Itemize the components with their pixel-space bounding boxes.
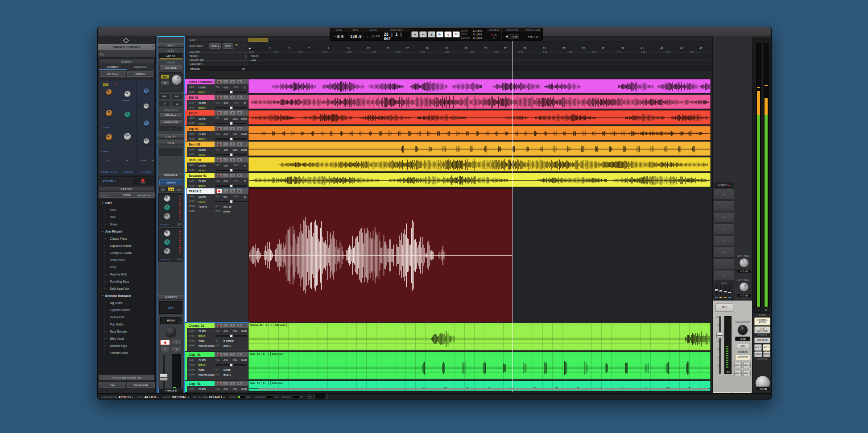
on-chip[interactable]: ON xyxy=(149,159,155,162)
vol-value[interactable]: -2.6 xyxy=(223,86,227,89)
preset-item[interactable]: Pop Guitar xyxy=(99,321,154,328)
pan-slider-handle[interactable] xyxy=(230,169,233,172)
preset-item[interactable]: Silky Vocal xyxy=(99,335,154,342)
dim-button[interactable]: DIM xyxy=(736,344,749,349)
track-solo-button[interactable]: S xyxy=(230,142,236,146)
preset-item[interactable]: Satin Lead Vox xyxy=(99,285,154,292)
track-name[interactable]: Travis Thibodaux_01 xyxy=(187,79,215,84)
loop-length-field[interactable]: LENGTH1|1|000 xyxy=(462,36,487,40)
pan-slider-handle[interactable] xyxy=(230,137,233,141)
loop-stop-field[interactable]: STOP1|1|000 xyxy=(462,33,487,36)
pan-right-value[interactable]: 100R xyxy=(241,359,247,362)
talkback-fader-track[interactable] xyxy=(719,316,721,374)
preset-item[interactable]: Kick1 xyxy=(99,206,154,213)
master-insert-slot[interactable]: + xyxy=(714,212,734,223)
alt1-trim-knob[interactable] xyxy=(740,258,748,267)
track-lane[interactable] xyxy=(248,188,711,322)
master-insert-slot[interactable]: + xyxy=(714,247,734,258)
phase-invert-button[interactable]: Ø xyxy=(159,101,170,106)
pan-left-value[interactable]: 100L xyxy=(232,330,238,333)
in-value[interactable]: NONE xyxy=(223,369,231,371)
track-list-view-icon[interactable]: ▦ xyxy=(242,67,245,70)
strip-tab-dyn[interactable]: DYN xyxy=(167,187,175,192)
vol-value[interactable]: -2.6 xyxy=(223,388,227,391)
dyn-knob[interactable] xyxy=(164,196,170,202)
track-mute-button[interactable]: M xyxy=(236,142,242,146)
mic-chip[interactable]: MIC xyxy=(103,83,109,86)
plugin-knob-3[interactable] xyxy=(124,91,131,97)
pan-left-value[interactable]: 100L xyxy=(232,388,238,391)
status-item-value[interactable]: 44.1 kHz xyxy=(145,396,156,399)
pan-value[interactable]: C xyxy=(244,86,246,89)
cue4-button[interactable]: CUE 4 xyxy=(743,370,751,376)
dyn-knob[interactable] xyxy=(164,239,170,246)
preset-item[interactable]: Smooth Keys xyxy=(99,342,154,349)
fader-track[interactable] xyxy=(163,355,165,391)
track-record-arm-button[interactable] xyxy=(216,352,222,357)
track-header[interactable]: AC_01ISMVIEWCLIPSVOL-2.6100L100RAUTOREAD xyxy=(187,110,248,125)
plugin-knob-5[interactable] xyxy=(124,133,131,140)
track-mute-button[interactable]: M xyxy=(236,126,242,131)
input-source-field[interactable]: MIC 18 xyxy=(159,53,182,59)
pan-slider-handle[interactable] xyxy=(230,106,233,109)
auto-value[interactable]: READ xyxy=(198,91,206,94)
mode-value[interactable]: TEMPO xyxy=(198,205,207,208)
preset-item[interactable]: Explosive Drums xyxy=(99,242,154,249)
record-button[interactable]: ● xyxy=(444,31,452,37)
track-name[interactable]: AC_01 xyxy=(187,110,215,116)
pan-right-value[interactable]: 100R xyxy=(241,133,247,136)
track-lane[interactable] xyxy=(248,173,711,188)
close-icon[interactable]: ✕ xyxy=(151,45,154,48)
mode-value[interactable]: TIME xyxy=(198,369,204,371)
assign-button[interactable]: ASSIGN xyxy=(127,71,153,77)
preset-search-input[interactable] xyxy=(98,51,155,57)
plugin-knob-2[interactable] xyxy=(106,134,112,141)
in-value[interactable]: B S/PDIF xyxy=(223,340,234,342)
plugin-knob-4[interactable] xyxy=(124,112,131,118)
auto-value[interactable]: READ xyxy=(198,185,206,187)
view-value[interactable]: CLIPS xyxy=(198,117,206,120)
preset-item[interactable]: Hefty Snare xyxy=(99,256,154,263)
view-value[interactable]: CLIPS xyxy=(198,388,206,391)
auto-value[interactable]: READ xyxy=(198,107,206,109)
track-header[interactable]: Clap _01ISMVIEWCLIPSVOL-2.6100L100RAUTOR… xyxy=(187,381,248,392)
tab-current[interactable]: CURRENT xyxy=(99,64,127,70)
track-input-monitor-button[interactable]: I xyxy=(223,158,229,162)
cue1-button[interactable]: CUE 1 xyxy=(734,362,742,368)
send-fader-cap[interactable] xyxy=(715,289,718,291)
dyn-knob[interactable] xyxy=(164,204,170,211)
track-record-arm-button[interactable] xyxy=(216,126,222,131)
master-insert-slot[interactable]: + xyxy=(714,200,734,211)
workflow-icons[interactable]: ● ▦ ≡ ▥ xyxy=(523,32,542,41)
warp-value[interactable]: POLYPHONIC xyxy=(198,374,215,376)
track-mute-button[interactable]: M xyxy=(236,158,242,162)
pan-slider-handle[interactable] xyxy=(230,153,233,156)
auto-value[interactable]: READ xyxy=(198,335,206,337)
pan-right-value[interactable]: 100R xyxy=(241,149,247,151)
strip-tab-eq[interactable]: EQ xyxy=(175,187,182,192)
preset-item[interactable]: Big Snare xyxy=(99,299,154,306)
vol-value[interactable]: -2.6 xyxy=(223,164,227,167)
loop-button[interactable]: ↻ xyxy=(453,31,460,37)
master-insert-slot[interactable]: + xyxy=(714,258,734,269)
send-fader-cap[interactable] xyxy=(724,291,727,292)
track-record-arm-button[interactable] xyxy=(216,173,222,178)
input-monitor-button[interactable]: I xyxy=(172,340,182,345)
source-monitor-button[interactable]: MONITOR xyxy=(735,355,750,360)
pan-left-value[interactable]: 100L xyxy=(232,133,238,136)
timeline-row-signature[interactable]: SIGNATURE xyxy=(187,58,248,62)
alt2-trim-knob[interactable] xyxy=(740,283,748,291)
dyn-in-button[interactable]: IN xyxy=(177,223,182,226)
horizontal-scrollbar[interactable] xyxy=(258,388,709,390)
track-header[interactable]: Clap _01ISMVIEWCLIPSVOL-2.6100L100RAUTOR… xyxy=(187,352,248,380)
track-header[interactable]: TRACK 5ISMVIEWCLIPSVOL0.0PANCAUTOREADMOD… xyxy=(187,188,248,322)
master-insert-slot[interactable]: + xyxy=(714,270,734,281)
insert-slot-api[interactable]: API xyxy=(159,301,182,314)
out-value[interactable]: BUS 1 xyxy=(223,374,231,376)
talkback-fader-cap[interactable] xyxy=(716,332,723,338)
track-input-monitor-button[interactable]: I xyxy=(223,142,229,146)
record-arm-button[interactable] xyxy=(160,340,170,345)
pan-right-value[interactable]: 100R xyxy=(241,388,247,391)
auto-value[interactable]: READ xyxy=(198,364,206,366)
preset-item[interactable]: Sexy Sample xyxy=(99,328,154,335)
